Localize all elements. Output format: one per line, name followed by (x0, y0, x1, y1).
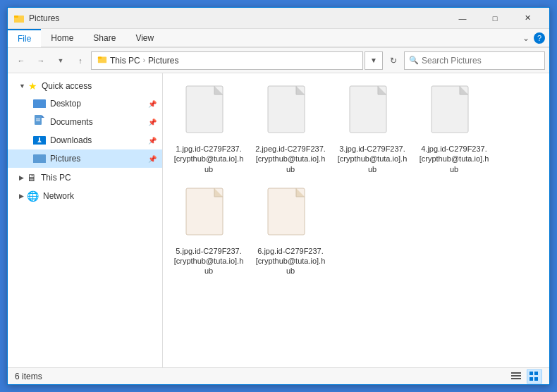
file-name-0: 1.jpg.id-C279F237.[crypthub@tuta.io].hub (173, 144, 245, 174)
search-icon: 🔍 (409, 56, 419, 65)
quick-access-chevron: ▼ (19, 82, 25, 90)
search-input[interactable] (422, 56, 540, 66)
sidebar-this-pc-section: ▶ 🖥 This PC (8, 169, 162, 186)
title-bar: Pictures — □ ✕ (8, 8, 549, 29)
window-title: Pictures (29, 13, 446, 23)
path-pictures: Pictures (148, 56, 178, 66)
svg-rect-35 (534, 377, 538, 381)
svg-rect-32 (530, 372, 533, 375)
tab-share[interactable]: Share (83, 29, 126, 47)
network-chevron: ▶ (19, 192, 24, 200)
sidebar-item-downloads[interactable]: Downloads 📌 (8, 131, 162, 149)
pictures-pin: 📌 (148, 155, 157, 163)
svg-rect-16 (33, 156, 46, 163)
svg-rect-31 (511, 378, 521, 379)
status-bar: 6 items (8, 367, 549, 384)
ribbon: File Home Share View ⌄ ? (8, 29, 549, 48)
address-path[interactable]: This PC › Pictures (91, 51, 363, 70)
ribbon-expand-btn[interactable]: ⌄ ? (518, 29, 549, 47)
file-icon-2 (347, 85, 398, 141)
downloads-icon (33, 134, 46, 147)
sidebar-item-pictures[interactable]: Pictures 📌 (8, 149, 162, 168)
file-item-3[interactable]: 4.jpg.id-C279F237.[crypthub@tuta.io].hub (415, 80, 493, 178)
tab-home[interactable]: Home (41, 29, 83, 47)
explorer-window: Pictures — □ ✕ File Home Share View ⌄ ? … (7, 7, 550, 385)
pictures-icon (33, 152, 46, 166)
file-item-1[interactable]: 2.jpeg.id-C279F237.[crypthub@tuta.io].hu… (252, 80, 329, 178)
svg-rect-30 (511, 375, 521, 376)
file-icon-1 (265, 85, 316, 141)
documents-pin: 📌 (148, 118, 157, 126)
chevron-down-icon: ⌄ (522, 33, 530, 43)
file-name-4: 5.jpg.id-C279F237.[crypthub@tuta.io].hub (173, 246, 245, 276)
item-count: 6 items (15, 372, 42, 381)
documents-label: Documents (50, 117, 148, 127)
svg-rect-10 (36, 120, 40, 121)
refresh-button[interactable]: ↻ (384, 51, 403, 70)
svg-rect-34 (530, 377, 533, 381)
file-icon-4 (183, 187, 234, 243)
path-sep-1: › (143, 56, 145, 64)
file-item-4[interactable]: 5.jpg.id-C279F237.[crypthub@tuta.io].hub (170, 183, 247, 281)
downloads-pin: 📌 (148, 137, 157, 145)
address-dropdown-btn[interactable]: ▼ (365, 51, 383, 70)
downloads-label: Downloads (50, 135, 148, 145)
up-button[interactable]: ↑ (71, 51, 90, 70)
sidebar-quick-access-header[interactable]: ▼ ★ Quick access (8, 78, 162, 94)
file-item-5[interactable]: 6.jpg.id-C279F237.[crypthub@tuta.io].hub (252, 183, 329, 281)
computer-icon: 🖥 (27, 172, 37, 183)
file-name-2: 3.jpg.id-C279F237.[crypthub@tuta.io].hub (336, 144, 408, 174)
svg-rect-4 (98, 57, 102, 59)
tab-file[interactable]: File (8, 29, 41, 47)
list-view-button[interactable] (508, 369, 524, 384)
svg-rect-7 (35, 115, 42, 125)
icon-view-button[interactable] (527, 369, 542, 384)
file-content-area: 1.jpg.id-C279F237.[crypthub@tuta.io].hub… (163, 73, 549, 367)
svg-rect-2 (14, 16, 18, 18)
file-name-1: 2.jpeg.id-C279F237.[crypthub@tuta.io].hu… (255, 144, 326, 174)
file-name-3: 4.jpg.id-C279F237.[crypthub@tuta.io].hub (418, 144, 490, 174)
file-item-0[interactable]: 1.jpg.id-C279F237.[crypthub@tuta.io].hub (170, 80, 247, 178)
sidebar-item-desktop[interactable]: Desktop 📌 (8, 94, 162, 113)
file-icon-5 (265, 187, 316, 243)
file-icon-0 (183, 85, 234, 141)
sidebar-item-documents[interactable]: Documents 📌 (8, 113, 162, 131)
close-button[interactable]: ✕ (511, 8, 544, 29)
tab-view[interactable]: View (126, 29, 164, 47)
address-bar: ← → ▼ ↑ This PC › Pictures ▼ ↻ 🔍 (8, 48, 549, 73)
search-box[interactable]: 🔍 (404, 51, 545, 70)
main-area: ▼ ★ Quick access Desktop 📌 Documents (8, 73, 549, 367)
back-button[interactable]: ← (12, 51, 30, 70)
svg-rect-6 (33, 101, 46, 108)
svg-rect-29 (511, 372, 521, 374)
window-icon (13, 13, 25, 24)
file-item-2[interactable]: 3.jpg.id-C279F237.[crypthub@tuta.io].hub (333, 80, 411, 178)
network-icon: 🌐 (27, 190, 39, 202)
maximize-button[interactable]: □ (479, 8, 511, 29)
sidebar-network-header[interactable]: ▶ 🌐 Network (8, 188, 162, 204)
svg-rect-9 (36, 118, 40, 120)
this-pc-chevron: ▶ (19, 174, 24, 181)
path-icon (97, 54, 107, 66)
svg-rect-14 (39, 137, 40, 140)
recent-locations-button[interactable]: ▼ (51, 51, 70, 70)
minimize-button[interactable]: — (446, 8, 479, 29)
desktop-pin: 📌 (148, 100, 157, 108)
window-controls: — □ ✕ (446, 8, 544, 29)
help-icon[interactable]: ? (534, 32, 545, 44)
desktop-label: Desktop (50, 99, 148, 109)
network-label: Network (43, 191, 74, 201)
sidebar-this-pc-header[interactable]: ▶ 🖥 This PC (8, 169, 162, 186)
forward-button[interactable]: → (32, 51, 50, 70)
this-pc-label: This PC (41, 173, 71, 183)
view-controls (508, 369, 542, 384)
svg-rect-1 (14, 17, 24, 23)
ribbon-tabs: File Home Share View ⌄ ? (8, 29, 549, 47)
sidebar: ▼ ★ Quick access Desktop 📌 Documents (8, 73, 163, 367)
file-icon-3 (429, 85, 479, 141)
sidebar-network-section: ▶ 🌐 Network (8, 188, 162, 204)
pictures-label: Pictures (50, 154, 148, 164)
file-name-5: 6.jpg.id-C279F237.[crypthub@tuta.io].hub (255, 246, 326, 276)
quick-access-label: Quick access (42, 81, 92, 91)
path-this-pc: This PC (110, 56, 140, 66)
